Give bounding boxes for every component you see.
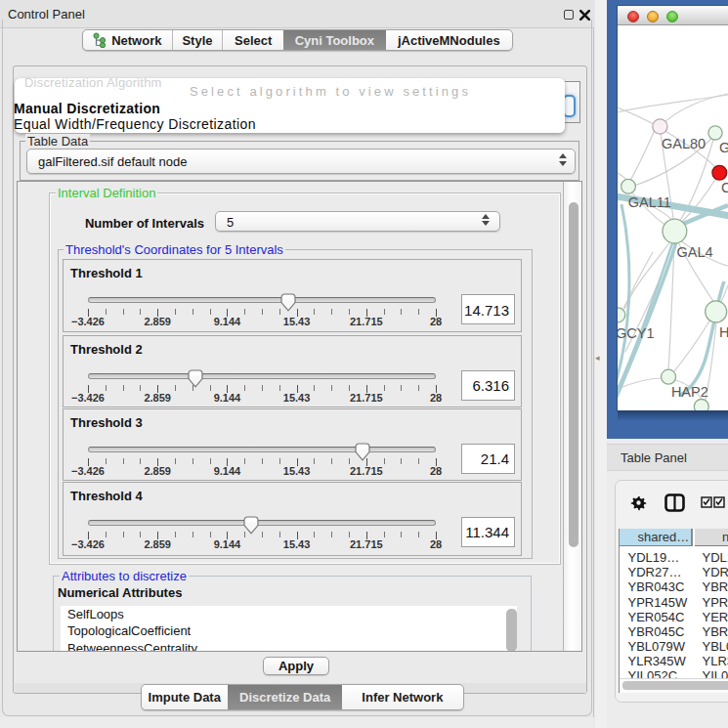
- svg-text:H: H: [719, 324, 728, 340]
- svg-text:GA: GA: [719, 140, 728, 155]
- svg-text:C: C: [721, 180, 728, 195]
- svg-text:GAL80: GAL80: [662, 136, 706, 151]
- svg-text:HAP2: HAP2: [671, 384, 708, 400]
- svg-text:GAL4: GAL4: [677, 244, 713, 260]
- svg-text:GCY1: GCY1: [618, 325, 655, 341]
- svg-text:GAL11: GAL11: [628, 194, 671, 210]
